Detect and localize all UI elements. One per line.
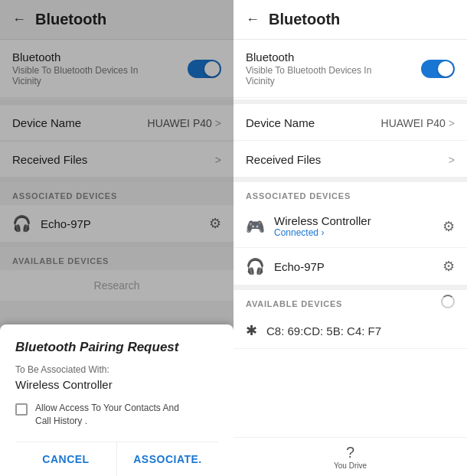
right-device-name-label: Device Name [246,116,315,129]
right-device-name-row[interactable]: Device Name HUAWEI P40 > [234,106,467,141]
right-associated-device-2: 🎧 Echo-97P ⚙ [234,248,467,285]
right-available-device-1[interactable]: ✱ C8: 69:CD: 5B: C4: F7 [234,313,467,349]
dialog-checkbox[interactable] [15,403,28,416]
right-device-info-2: 🎧 Echo-97P [246,257,325,275]
right-associated-device-1: 🎮 Wireless Controller Connected › ⚙ [234,205,467,248]
right-help-icon[interactable]: ? [346,444,354,461]
right-gear-icon-1[interactable]: ⚙ [443,218,455,235]
right-device-text-1: Wireless Controller Connected › [274,214,371,238]
right-bluetooth-sub: Visible To Bluetooth Devices InVicinity [246,65,371,86]
dialog-sub: To Be Associated With: [15,364,218,375]
right-received-files-chevron: > [449,154,455,166]
right-device-info-1: 🎮 Wireless Controller Connected › [246,214,371,238]
right-bluetooth-toggle-row: Bluetooth Visible To Bluetooth Devices I… [234,40,467,98]
right-gamepad-icon: 🎮 [246,217,265,236]
right-bt-address: C8: 69:CD: 5B: C4: F7 [266,324,381,337]
right-divider1 [234,99,467,104]
dialog-title: Bluetooth Pairing Request [15,340,218,355]
dialog-checkbox-row: Allow Access To Your Contacts AndCall Hi… [15,402,218,428]
right-device-name-echo: Echo-97P [274,260,325,273]
right-panel: ← Bluetooth Bluetooth Visible To Bluetoo… [234,0,467,476]
right-received-files-row[interactable]: Received Files > [234,142,467,178]
right-bluetooth-label-group: Bluetooth Visible To Bluetooth Devices I… [246,51,371,86]
right-associated-header: ASSOCIATED DEVICES [234,182,467,205]
right-device-name-chevron: > [449,117,455,129]
right-device-name-wireless: Wireless Controller [274,214,371,227]
dialog-cancel-button[interactable]: CANCEL [15,442,116,476]
dialog-actions: CANCEL ASSOCIATE. [15,442,218,476]
right-device-name-text: HUAWEI P40 [381,117,446,129]
pairing-dialog: Bluetooth Pairing Request To Be Associat… [0,324,234,476]
right-device-name-value: HUAWEI P40 > [381,117,455,129]
right-received-files-label: Received Files [246,153,321,166]
right-gear-icon-2[interactable]: ⚙ [443,258,455,275]
right-back-button[interactable]: ← [246,11,260,28]
right-headphones-icon: 🎧 [246,257,265,275]
left-panel: ← Bluetooth Bluetooth Visible To Bluetoo… [0,0,234,476]
right-bottom-bar: ? You Drive [234,437,467,476]
right-title: Bluetooth [269,11,340,28]
right-bt-device-info: ✱ C8: 69:CD: 5B: C4: F7 [246,322,381,339]
right-device-sub-wireless: Connected › [274,227,371,238]
right-available-row: AVAILABLE DEVICES [234,290,467,313]
dialog-checkbox-label: Allow Access To Your Contacts AndCall Hi… [35,402,179,428]
right-header: ← Bluetooth [234,0,467,40]
dialog-associate-button[interactable]: ASSOCIATE. [116,442,218,476]
dialog-overlay: Bluetooth Pairing Request To Be Associat… [0,0,234,476]
right-bluetooth-icon: ✱ [246,322,257,339]
right-available-header: AVAILABLE DEVICES [234,290,342,313]
right-bluetooth-toggle[interactable] [421,60,455,78]
right-loading-spinner [441,295,455,308]
right-content: Bluetooth Visible To Bluetooth Devices I… [234,40,467,437]
right-bluetooth-label: Bluetooth [246,51,371,64]
right-bottom-label: You Drive [334,461,367,470]
dialog-device-name: Wireless Controller [15,378,218,391]
